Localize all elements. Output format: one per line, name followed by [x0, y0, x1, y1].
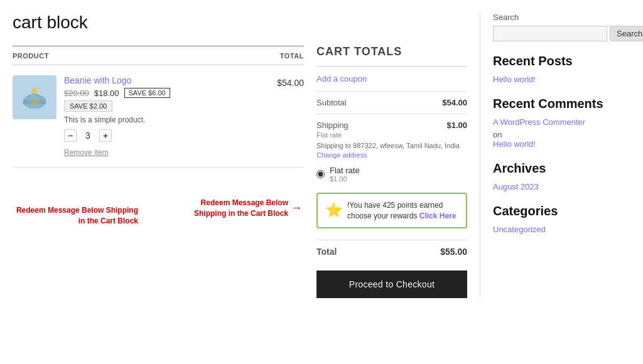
redeem-box: ⭐ !You have 425 points earned choose you…	[316, 193, 467, 229]
quantity-value: 3	[82, 131, 94, 141]
shipping-value: $1.00	[446, 120, 467, 130]
checkout-button[interactable]: Proceed to Checkout	[316, 270, 467, 298]
cart-totals: CaRT TOTALS Add a coupon Subtotal $54.00…	[316, 45, 467, 298]
shipping-label: Shipping	[316, 120, 349, 130]
recent-post-1-link[interactable]: Hello world!	[493, 75, 630, 84]
redeem-annotation-text: Redeem Message Below Shipping in the Car…	[178, 198, 288, 219]
total-value: $55.00	[440, 247, 467, 257]
product-details: Beanie with Logo $20.00 $18.00 SAVE $6.0…	[64, 75, 269, 157]
comment-post-link[interactable]: Hello world!	[493, 139, 630, 149]
svg-point-2	[32, 88, 37, 94]
categories-title: Categories	[493, 204, 630, 218]
redeem-side-label: Redeem Message Below Shipping in the Car…	[13, 205, 138, 227]
remove-item-button[interactable]: Remove item	[64, 148, 109, 157]
click-here-link[interactable]: Click Here	[419, 211, 457, 220]
col-product-label: PRODUCT	[13, 52, 49, 60]
item-total: $54.00	[277, 75, 304, 88]
flat-rate-label: Flat rate	[330, 166, 360, 175]
original-price: $20.00	[64, 88, 89, 98]
search-input[interactable]	[493, 26, 607, 41]
product-image	[13, 75, 57, 119]
sale-price: $18.00	[94, 88, 119, 98]
subtotal-label: Subtotal	[316, 98, 347, 107]
redeem-message: !You have 425 points earned choose your …	[347, 200, 458, 222]
commenter-link[interactable]: A WordPress Commenter	[493, 117, 630, 127]
cart-totals-title: CaRT TOTALS	[316, 45, 467, 67]
col-total-label: TOTAL	[280, 52, 304, 60]
category-1-link[interactable]: Uncategorized	[493, 225, 630, 234]
flat-rate-price: $1.00	[330, 175, 360, 183]
redeem-arrow-icon: →	[291, 201, 302, 215]
cart-area: PRODUCT TOTAL	[13, 45, 467, 298]
total-label: Total	[316, 247, 337, 257]
cart-item: Beanie with Logo $20.00 $18.00 SAVE $6.0…	[13, 65, 304, 168]
recent-posts-section: Recent Posts Hello world!	[493, 54, 630, 84]
search-button[interactable]: Search	[610, 26, 643, 41]
main-content: cart block PRODUCT TOTAL	[13, 13, 480, 298]
redeem-area: Redeem Message Below Shipping in the Car…	[316, 193, 467, 229]
page-title: cart block	[13, 13, 467, 33]
shipping-row: Shipping $1.00 Flat rate Shipping to 987…	[316, 114, 467, 240]
shipping-address: Shipping to 987322, wfeesw, Tamil Nadu, …	[316, 141, 460, 161]
archives-title: Archives	[493, 161, 630, 176]
archives-section: Archives August 2023	[493, 161, 630, 191]
comment-entry: A WordPress Commenter on Hello world!	[493, 117, 630, 149]
search-row: Search	[493, 26, 630, 41]
redeem-annotation: Redeem Message Below Shipping in the Car…	[178, 198, 302, 219]
quantity-decrease-button[interactable]: −	[64, 129, 77, 142]
change-address-link[interactable]: Change address	[316, 151, 367, 159]
recent-posts-title: Recent Posts	[493, 54, 630, 68]
subtotal-value: $54.00	[442, 98, 467, 107]
product-name-link[interactable]: Beanie with Logo	[64, 75, 269, 85]
quantity-increase-button[interactable]: +	[99, 129, 112, 142]
flat-rate-radio[interactable]	[316, 170, 325, 178]
total-row: Total $55.00	[316, 240, 467, 263]
recent-comments-section: Recent Comments A WordPress Commenter on…	[493, 97, 630, 149]
recent-comments-title: Recent Comments	[493, 97, 630, 111]
star-icon: ⭐	[325, 201, 342, 220]
on-text: on	[493, 130, 502, 139]
cart-table: PRODUCT TOTAL	[13, 45, 304, 298]
shipping-method-label: Flat rate	[316, 131, 342, 139]
save-badge-bottom: SAVE $2.00	[64, 100, 112, 112]
product-description: This is a simple product.	[64, 115, 269, 124]
flat-rate-option: Flat rate $1.00	[316, 161, 360, 188]
flat-rate-info: Flat rate $1.00	[330, 166, 360, 183]
add-coupon-link[interactable]: Add a coupon	[316, 74, 467, 83]
redeem-label-area: Redeem Message Below Shipping in the Car…	[13, 168, 304, 174]
subtotal-row: Subtotal $54.00	[316, 91, 467, 114]
categories-section: Categories Uncategorized	[493, 204, 630, 234]
quantity-control: − 3 +	[64, 129, 269, 142]
shipping-row-top: Shipping $1.00	[316, 120, 467, 130]
cart-table-header: PRODUCT TOTAL	[13, 45, 304, 65]
sidebar: Search Search Recent Posts Hello world! …	[480, 13, 630, 298]
svg-point-3	[30, 100, 38, 105]
save-badge-top: SAVE $6.00	[124, 88, 170, 98]
search-label: Search	[493, 13, 630, 22]
shipping-address-text: Shipping to 987322, wfeesw, Tamil Nadu, …	[316, 142, 460, 149]
price-row: $20.00 $18.00 SAVE $6.00	[64, 88, 269, 98]
archive-1-link[interactable]: August 2023	[493, 182, 630, 191]
